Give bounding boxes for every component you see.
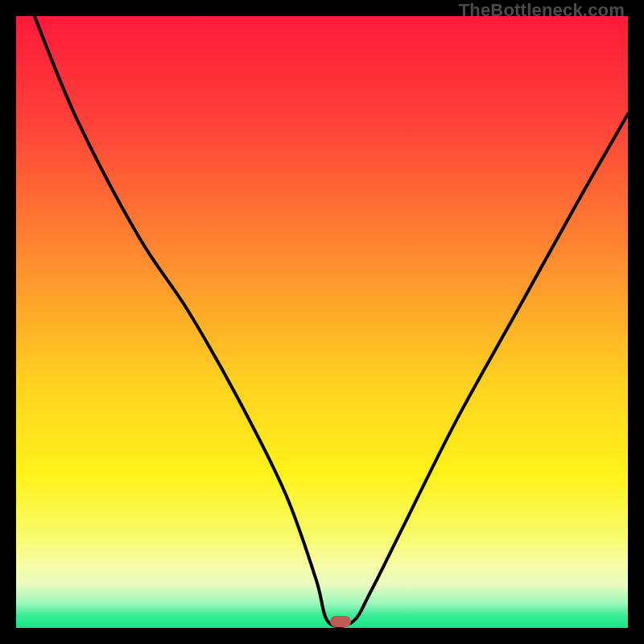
chart-frame: TheBottleneck.com <box>0 0 644 644</box>
optimal-point-marker <box>330 616 351 627</box>
plot-area <box>16 16 628 628</box>
bottleneck-curve <box>16 16 628 628</box>
